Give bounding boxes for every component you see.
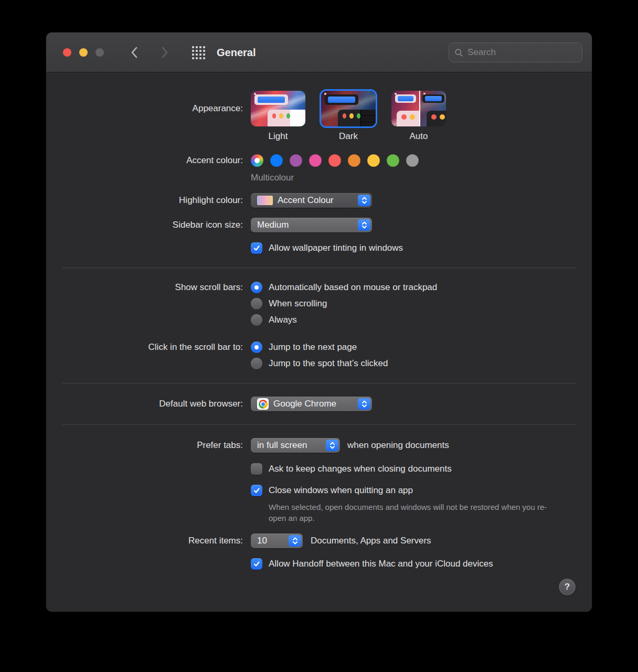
appearance-caption: Dark (339, 131, 358, 142)
highlight-colour-value: Accent Colour (278, 195, 334, 206)
ask-keep-changes-label: Ask to keep changes when closing documen… (269, 464, 452, 474)
forward-button[interactable] (157, 45, 172, 60)
radio-label: Always (269, 315, 297, 325)
highlight-colour-popup[interactable]: Accent Colour (251, 193, 372, 208)
prefer-tabs-value: in full screen (257, 440, 307, 451)
wallpaper-tinting-label: Allow wallpaper tinting in windows (269, 243, 403, 253)
google-chrome-icon (257, 398, 269, 410)
page-title: General (217, 33, 256, 72)
accent-dot-orange[interactable] (348, 154, 360, 167)
divider (62, 268, 576, 268)
close-button[interactable] (63, 48, 71, 57)
radio-label: Automatically based on mouse or trackpad (269, 282, 437, 293)
popup-stepper-icon (358, 398, 370, 410)
radio-scrollbars-when-scrolling[interactable] (251, 298, 262, 310)
question-mark-icon: ? (565, 582, 570, 592)
recent-items-suffix: Documents, Apps and Servers (311, 536, 431, 546)
accent-dot-graphite[interactable] (406, 154, 419, 167)
search-input[interactable] (467, 47, 577, 58)
popup-stepper-icon (358, 219, 370, 231)
appearance-option-dark[interactable]: Dark (321, 91, 376, 142)
checkmark-icon (253, 560, 260, 568)
handoff-checkbox[interactable] (251, 558, 262, 570)
chevron-right-icon (161, 46, 169, 59)
show-all-grid-icon[interactable] (190, 46, 206, 60)
popup-stepper-icon (358, 195, 370, 206)
checkmark-icon (253, 487, 260, 494)
recent-items-label: Recent items: (46, 536, 243, 546)
default-browser-value: Google Chrome (273, 399, 336, 409)
radio-label: When scrolling (269, 298, 327, 309)
default-browser-label: Default web browser: (46, 399, 243, 409)
recent-items-popup[interactable]: 10 (251, 534, 303, 548)
radio-label: Jump to the next page (269, 342, 357, 353)
radio-jump-to-spot[interactable] (251, 358, 262, 369)
accent-selected-caption: Multicolour (251, 173, 294, 183)
recent-items-value: 10 (257, 536, 267, 546)
show-scroll-bars-label: Show scroll bars: (46, 282, 243, 293)
radio-jump-next-page[interactable] (251, 342, 262, 353)
sidebar-icon-size-popup[interactable]: Medium (251, 218, 372, 232)
popup-stepper-icon (289, 535, 301, 547)
close-windows-checkbox[interactable] (251, 485, 262, 496)
light-thumbnail (251, 91, 305, 126)
accent-dot-pink[interactable] (309, 154, 322, 167)
dark-thumbnail (321, 91, 376, 126)
accent-colour-dots (251, 154, 419, 167)
prefer-tabs-label: Prefer tabs: (46, 440, 243, 451)
appearance-option-light[interactable]: Light (251, 91, 305, 142)
close-windows-note: When selected, open documents and window… (269, 502, 556, 524)
default-browser-popup[interactable]: Google Chrome (251, 397, 372, 411)
accent-dot-blue[interactable] (270, 154, 283, 167)
accent-dot-multicolour[interactable] (251, 154, 263, 167)
checkmark-icon (253, 244, 260, 252)
search-field[interactable] (449, 42, 582, 62)
accent-dot-green[interactable] (387, 154, 399, 167)
minimize-button[interactable] (79, 48, 88, 57)
radio-scrollbars-always[interactable] (251, 314, 262, 326)
accent-dot-yellow[interactable] (367, 154, 380, 167)
prefer-tabs-suffix: when opening documents (347, 440, 449, 451)
chevron-left-icon (130, 46, 139, 59)
zoom-button[interactable] (95, 48, 104, 57)
preferences-window: General Appearance: (46, 33, 592, 612)
highlight-swatch (257, 196, 273, 205)
accent-colour-label: Accent colour: (46, 155, 243, 166)
help-button[interactable]: ? (559, 579, 576, 595)
general-pane: Appearance: Light (46, 73, 592, 612)
radio-label: Jump to the spot that’s clicked (269, 358, 388, 369)
appearance-option-auto[interactable]: Auto (391, 91, 446, 142)
prefer-tabs-popup[interactable]: in full screen (251, 438, 340, 453)
accent-dot-purple[interactable] (290, 154, 302, 167)
auto-thumbnail (391, 91, 446, 126)
radio-scrollbars-auto[interactable] (251, 282, 262, 293)
appearance-caption: Light (269, 131, 288, 142)
appearance-caption: Auto (410, 131, 428, 142)
popup-stepper-icon (326, 440, 338, 451)
sidebar-icon-size-label: Sidebar icon size: (46, 220, 243, 230)
appearance-options: Light Dark (251, 91, 446, 142)
accent-dot-red[interactable] (328, 154, 341, 167)
handoff-label: Allow Handoff between this Mac and your … (269, 559, 493, 569)
highlight-colour-label: Highlight colour: (46, 195, 243, 206)
search-icon (454, 48, 463, 58)
appearance-label: Appearance: (46, 91, 243, 126)
click-scroll-bar-label: Click in the scroll bar to: (46, 342, 243, 353)
back-button[interactable] (127, 45, 142, 60)
close-windows-label: Close windows when quitting an app (269, 485, 413, 496)
wallpaper-tinting-checkbox[interactable] (251, 242, 262, 254)
divider (62, 383, 576, 383)
titlebar: General (46, 33, 592, 72)
ask-keep-changes-checkbox[interactable] (251, 463, 262, 475)
divider (62, 424, 576, 425)
sidebar-icon-size-value: Medium (257, 220, 289, 230)
